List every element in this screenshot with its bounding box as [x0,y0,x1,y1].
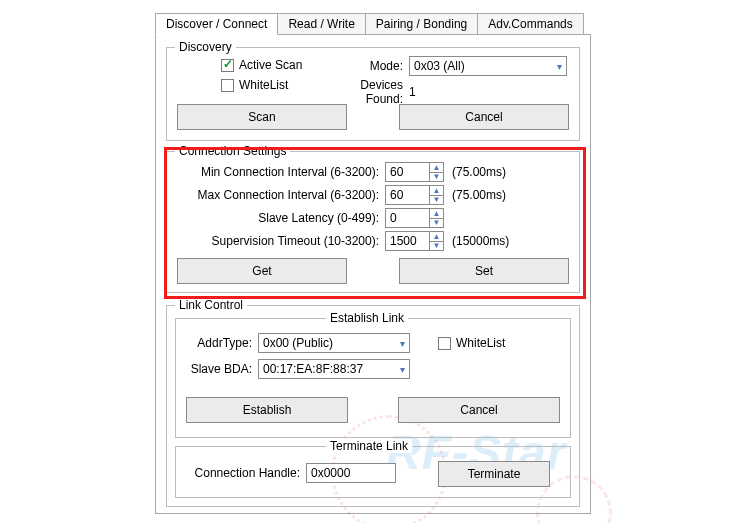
active-scan-label: Active Scan [239,58,302,72]
terminate-link-legend: Terminate Link [326,439,412,453]
mode-select-value: 0x03 (All) [414,59,465,73]
establish-button[interactable]: Establish [186,397,348,423]
terminate-link-group: Terminate Link Connection Handle: 0x0000… [175,446,571,498]
cancel-discovery-button[interactable]: Cancel [399,104,569,130]
max-conn-interval-value[interactable]: 60 [385,185,429,205]
supervision-timeout-value[interactable]: 1500 [385,231,429,251]
supervision-timeout-spinner[interactable]: 1500 ▲▼ [385,231,444,251]
spin-down-icon[interactable]: ▼ [429,218,444,229]
discovery-group: Discovery Active Scan WhiteList Mode: 0x… [166,47,580,141]
slave-latency-label: Slave Latency (0-499): [167,211,379,225]
addrtype-label: AddrType: [186,336,252,350]
whitelist-link-label: WhiteList [456,336,505,350]
whitelist-link-checkbox[interactable] [438,337,451,350]
whitelist-discovery-label: WhiteList [239,78,288,92]
supervision-timeout-label: Supervision Timeout (10-3200): [167,234,379,248]
max-conn-interval-spinner[interactable]: 60 ▲▼ [385,185,444,205]
tab-discover-connect[interactable]: Discover / Connect [155,13,278,35]
spin-down-icon[interactable]: ▼ [429,172,444,183]
max-conn-interval-label: Max Connection Interval (6-3200): [167,188,379,202]
connection-handle-input[interactable]: 0x0000 [306,463,396,483]
slave-bda-select[interactable]: 00:17:EA:8F:88:37 ▾ [258,359,410,379]
addrtype-select[interactable]: 0x00 (Public) ▾ [258,333,410,353]
set-button[interactable]: Set [399,258,569,284]
spin-up-icon[interactable]: ▲ [429,162,444,172]
slave-bda-label: Slave BDA: [186,362,252,376]
discover-connect-panel: RF-Star Discovery Active Scan WhiteList … [155,34,591,514]
tab-adv-commands[interactable]: Adv.Commands [477,13,583,35]
slave-latency-value[interactable]: 0 [385,208,429,228]
tab-read-write[interactable]: Read / Write [277,13,365,35]
link-control-legend: Link Control [175,298,247,312]
chevron-down-icon: ▾ [557,61,562,72]
terminate-button[interactable]: Terminate [438,461,550,487]
spin-up-icon[interactable]: ▲ [429,185,444,195]
slave-bda-value: 00:17:EA:8F:88:37 [263,362,363,376]
tab-pairing-bonding[interactable]: Pairing / Bonding [365,13,478,35]
connection-handle-label: Connection Handle: [190,466,300,480]
mode-label: Mode: [363,59,403,73]
chevron-down-icon: ▾ [400,338,405,349]
min-conn-interval-hint: (75.00ms) [452,165,506,179]
slave-latency-spinner[interactable]: 0 ▲▼ [385,208,444,228]
chevron-down-icon: ▾ [400,364,405,375]
spin-down-icon[interactable]: ▼ [429,241,444,252]
addrtype-value: 0x00 (Public) [263,336,333,350]
whitelist-discovery-checkbox[interactable] [221,79,234,92]
spin-up-icon[interactable]: ▲ [429,231,444,241]
connection-settings-legend: Connection Settings [175,144,290,158]
establish-link-legend: Establish Link [326,311,408,325]
devices-found-label: Devices Found: [321,78,403,106]
establish-link-group: Establish Link AddrType: 0x00 (Public) ▾… [175,318,571,438]
get-button[interactable]: Get [177,258,347,284]
cancel-link-button[interactable]: Cancel [398,397,560,423]
link-control-group: Link Control Establish Link AddrType: 0x… [166,305,580,507]
mode-select[interactable]: 0x03 (All) ▾ [409,56,567,76]
spin-down-icon[interactable]: ▼ [429,195,444,206]
scan-button[interactable]: Scan [177,104,347,130]
min-conn-interval-label: Min Connection Interval (6-3200): [167,165,379,179]
connection-settings-group: Connection Settings Min Connection Inter… [166,151,580,293]
devices-found-value: 1 [409,85,416,99]
min-conn-interval-value[interactable]: 60 [385,162,429,182]
supervision-timeout-hint: (15000ms) [452,234,509,248]
max-conn-interval-hint: (75.00ms) [452,188,506,202]
min-conn-interval-spinner[interactable]: 60 ▲▼ [385,162,444,182]
active-scan-checkbox[interactable] [221,59,234,72]
discovery-legend: Discovery [175,40,236,54]
spin-up-icon[interactable]: ▲ [429,208,444,218]
